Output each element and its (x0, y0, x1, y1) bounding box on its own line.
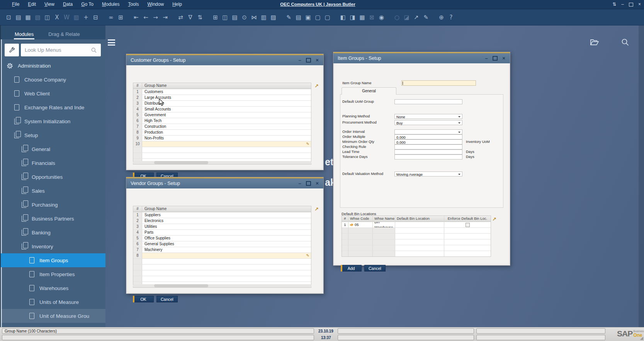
default-valuation-method-select[interactable]: Moving Average (394, 171, 462, 176)
tolerance-days-input[interactable] (394, 154, 462, 159)
chat-icon[interactable]: ▢ (323, 12, 332, 22)
sidebar-tab-drag-relate[interactable]: Drag & Relate (48, 28, 81, 39)
minimum-order-qty-input[interactable]: 0.000 (394, 139, 462, 144)
table-row[interactable]: 1Suppliers (133, 212, 311, 218)
default-uom-group-input[interactable] (394, 99, 462, 104)
table-row[interactable]: 5Government (133, 112, 311, 118)
cancel-button[interactable]: Cancel (156, 296, 178, 302)
form-settings-icon[interactable]: ▤ (294, 12, 303, 22)
table-row[interactable] (342, 245, 491, 251)
comment-icon[interactable]: ▢ (313, 12, 323, 22)
duplicate-icon[interactable]: ◫ (220, 12, 230, 22)
menu-item-modules[interactable]: Modules (98, 0, 124, 9)
sidebar-tab-modules[interactable]: Modules (14, 28, 34, 39)
default-bin-location-cell[interactable] (395, 222, 444, 227)
export-excel-icon[interactable]: X (52, 12, 62, 22)
print-icon[interactable]: ▤ (14, 12, 23, 22)
resize-grip[interactable]: ◢ (640, 336, 643, 341)
horizontal-scrollbar[interactable] (133, 284, 311, 287)
expand-table-icon[interactable]: ↗ (314, 206, 319, 212)
refresh-icon[interactable]: ⇄ (176, 12, 185, 22)
first-record-icon[interactable]: ⇤ (131, 12, 141, 22)
menu-item-data[interactable]: Data (59, 0, 77, 9)
calculator-icon[interactable]: ▦ (357, 12, 367, 22)
sidebar-item-opportunities[interactable]: Opportunities (1, 170, 105, 184)
global-search-icon[interactable] (621, 38, 629, 46)
sidebar-item-item-groups[interactable]: Item Groups (1, 253, 105, 267)
table-row[interactable] (342, 233, 491, 239)
add-row-icon[interactable]: ⊞ (211, 12, 220, 22)
document-settings-icon[interactable]: ▣ (303, 12, 313, 22)
sidebar-item-business-partners[interactable]: Business Partners (1, 212, 105, 226)
layout-icon[interactable]: ⇅ (612, 0, 616, 9)
maximize-button[interactable] (493, 56, 498, 61)
sidebar-item-general[interactable]: General (1, 142, 105, 156)
print-preview-icon[interactable]: ◫ (42, 12, 52, 22)
document-draft-icon[interactable]: ▥ (259, 12, 268, 22)
enforce-checkbox[interactable] (466, 223, 470, 227)
calendar-icon[interactable]: ▦ (23, 12, 33, 22)
sidebar-item-units-of-measure[interactable]: Units of Measure (1, 295, 105, 309)
sidebar-item-item-properties[interactable]: Item Properties (1, 267, 105, 281)
expand-table-icon[interactable]: ↗ (492, 216, 496, 222)
minimize-button[interactable]: – (297, 178, 302, 188)
table-row[interactable] (133, 276, 311, 282)
vendor-groups-titlebar[interactable]: Vendor Groups - Setup – × (126, 178, 323, 188)
customer-groups-titlebar[interactable]: Customer Groups - Setup – × (126, 55, 323, 65)
table-row[interactable] (133, 264, 311, 270)
signature-icon[interactable]: ✎ (421, 12, 431, 22)
menu-item-help[interactable]: Help (168, 0, 186, 9)
table-row[interactable]: 5Office Supplies (133, 235, 311, 241)
sidebar-item-purchasing[interactable]: Purchasing (1, 198, 105, 212)
tab-general[interactable]: General (342, 87, 396, 95)
sidebar-item-unit-of-measure-grou[interactable]: Unit of Measure Grou (1, 309, 105, 323)
sidebar-item-web-client[interactable]: Web Client (1, 87, 105, 100)
sidebar-item-banking[interactable]: Banking (1, 226, 105, 239)
table-row[interactable]: 4Small Accounts (133, 106, 311, 112)
table-row[interactable] (133, 153, 311, 158)
sidebar-item-warehouses[interactable]: Warehouses (1, 281, 105, 295)
sidebar-item-financials[interactable]: Financials (1, 156, 105, 170)
open-folder-icon[interactable] (590, 39, 599, 46)
sidebar-item-sales[interactable]: Sales (1, 184, 105, 198)
document-payment-icon[interactable]: ▤ (230, 12, 240, 22)
table-row[interactable]: 1Customers (133, 89, 311, 95)
payment-wizard-icon[interactable]: ⊙ (240, 12, 249, 22)
table-row[interactable]: 6High Tech (133, 118, 311, 124)
restore-button[interactable] (629, 3, 633, 7)
item-group-name-input[interactable] (401, 80, 476, 86)
scrollbar-thumb[interactable] (154, 284, 208, 287)
menu-item-window[interactable]: Window (143, 0, 168, 9)
close-button[interactable]: × (315, 55, 319, 65)
menu-settings-button[interactable] (5, 44, 19, 56)
table-row[interactable]: 9Non-Profits (133, 135, 311, 141)
goto-record-icon[interactable]: ⊞ (116, 12, 126, 22)
add-button[interactable]: Add (341, 265, 362, 271)
sidebar-item-exchange-rates-and-inde[interactable]: Exchange Rates and Inde (1, 100, 105, 114)
next-record-icon[interactable]: → (151, 12, 160, 22)
close-button[interactable]: × (638, 0, 641, 9)
find-icon[interactable]: ⊡ (4, 12, 14, 22)
find-record-icon[interactable]: ∞ (106, 12, 116, 22)
table-row[interactable]: 6General Supplies (133, 241, 311, 247)
close-button[interactable]: × (501, 53, 506, 63)
link-arrow-icon[interactable] (350, 223, 353, 226)
table-row[interactable]: 7Machinery (133, 247, 311, 253)
ok-button[interactable]: OK (133, 296, 154, 302)
sidebar-item-setup[interactable]: Setup (1, 128, 105, 142)
table-row[interactable]: 3Utilities (133, 224, 311, 229)
maximize-button[interactable] (306, 58, 311, 63)
order-interval-select[interactable] (394, 129, 462, 134)
menu-item-go-to[interactable]: Go To (77, 0, 98, 9)
last-record-icon[interactable]: ⇥ (160, 12, 170, 22)
globe-icon[interactable]: ⊕ (437, 12, 446, 22)
horizontal-scrollbar[interactable] (133, 161, 311, 164)
table-row[interactable]: 2Electronics (133, 218, 311, 224)
table-row[interactable]: 8Production (133, 129, 311, 135)
table-row[interactable] (133, 147, 311, 153)
maximize-button[interactable] (306, 181, 311, 186)
table-row[interactable]: 7Construction (133, 124, 311, 129)
procurement-method-select[interactable]: Buy (394, 120, 462, 125)
active-input-row[interactable]: 10✎ (133, 141, 311, 147)
table-row[interactable] (342, 239, 491, 245)
